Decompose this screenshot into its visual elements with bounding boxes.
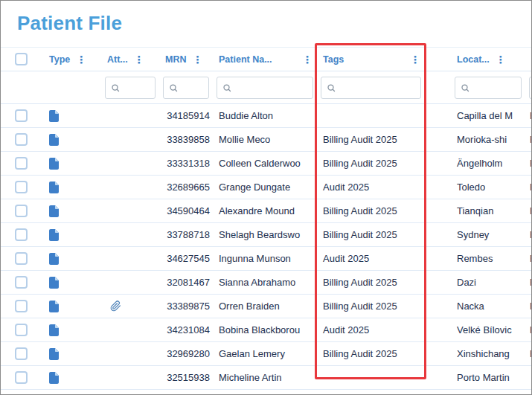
row-attachment-cell: [101, 342, 159, 365]
table-row[interactable]: 34185914 Buddie Alton Capilla del M F: [1, 104, 532, 128]
select-all-checkbox[interactable]: [15, 53, 28, 65]
patient-name-filter[interactable]: [217, 77, 313, 99]
location-filter-input[interactable]: [473, 82, 521, 93]
document-icon: [49, 205, 59, 217]
table-row[interactable]: 33331318 Colleen Calderwoo Billing Audit…: [1, 152, 532, 176]
spacer-cell: [425, 104, 451, 127]
row-checkbox[interactable]: [15, 157, 28, 170]
column-menu-icon[interactable]: ⋮: [192, 54, 202, 65]
location-value: Rembes: [451, 247, 525, 270]
patient-name: Mollie Meco: [213, 128, 317, 151]
column-menu-icon[interactable]: ⋮: [410, 54, 420, 65]
mrn-value: 32689665: [159, 176, 213, 199]
column-label-attachments: Att...: [107, 54, 128, 65]
row-select-cell: [1, 152, 43, 175]
column-header-attachments[interactable]: Att... ⋮: [101, 48, 159, 71]
table-row[interactable]: 32515938 Micheline Artin Porto Martin: [1, 366, 532, 390]
mrn-filter[interactable]: [163, 77, 209, 99]
page-header: Patient File: [1, 1, 531, 47]
row-checkbox[interactable]: [15, 181, 28, 193]
column-menu-icon[interactable]: ⋮: [496, 54, 506, 65]
spacer-cell: [425, 199, 451, 222]
mrn-value: 32081467: [159, 271, 213, 294]
document-icon: [49, 134, 59, 146]
tags-value: Audit 2025: [317, 318, 425, 341]
table-row[interactable]: 33788718 Shelagh Beardswo Billing Audit …: [1, 223, 532, 247]
table-row[interactable]: 33389875 Orren Braiden Billing Audit 202…: [1, 295, 532, 318]
row-select-cell: [1, 104, 43, 127]
row-checkbox[interactable]: [15, 371, 28, 384]
table-row[interactable]: 32689665 Grange Dungate Audit 2025 Toled…: [1, 176, 532, 199]
attachments-filter-input[interactable]: [124, 82, 155, 93]
spacer-cell: [425, 342, 451, 365]
row-checkbox[interactable]: [15, 300, 28, 312]
row-checkbox[interactable]: [15, 109, 28, 122]
column-header-patient-name[interactable]: Patient Na... ⋮: [213, 48, 317, 71]
filter-cell-mrn: [159, 71, 213, 103]
table-row[interactable]: 32969280 Gaelan Lemery Billing Audit 202…: [1, 342, 532, 366]
filter-cell-location: [451, 71, 525, 103]
row-checkbox[interactable]: [15, 205, 28, 217]
column-label-patient-name: Patient Na...: [219, 54, 272, 65]
patient-table: Type ⋮ Att... ⋮ MRN ⋮ Patient Na... ⋮ Ta…: [1, 47, 532, 390]
mrn-value: 33788718: [159, 223, 213, 246]
row-type-cell: [43, 342, 101, 365]
patient-name-filter-input[interactable]: [235, 82, 313, 93]
document-icon: [49, 229, 59, 241]
row-checkbox[interactable]: [15, 228, 28, 241]
location-value: Morioka-shi: [451, 128, 525, 151]
column-menu-icon[interactable]: ⋮: [134, 54, 144, 65]
column-header-location[interactable]: Locat... ⋮: [451, 48, 525, 71]
table-row[interactable]: 32081467 Sianna Abrahamo Billing Audit 2…: [1, 271, 532, 295]
column-label-location: Locat...: [457, 54, 490, 65]
filter-cell-attachments: [101, 71, 159, 103]
row-select-cell: [1, 271, 43, 294]
table-row[interactable]: 33839858 Mollie Meco Billing Audit 2025 …: [1, 128, 532, 152]
row-checkbox[interactable]: [15, 252, 28, 265]
row-select-cell: [1, 366, 43, 389]
column-header-type[interactable]: Type ⋮: [43, 48, 101, 71]
document-icon: [49, 110, 59, 122]
location-value: Velké Bílovic: [451, 318, 525, 341]
table-body: 34185914 Buddie Alton Capilla del M F: [1, 104, 532, 390]
location-value: Nacka: [451, 295, 525, 318]
row-select-cell: [1, 342, 43, 365]
column-menu-icon[interactable]: ⋮: [76, 54, 86, 65]
search-icon: [169, 83, 178, 92]
row-type-cell: [43, 271, 101, 294]
mrn-filter-input[interactable]: [182, 82, 208, 93]
column-header-t[interactable]: T: [525, 48, 532, 71]
table-row[interactable]: 34231084 Bobina Blackborou Audit 2025 Ve…: [1, 318, 532, 342]
column-menu-icon[interactable]: ⋮: [302, 54, 313, 65]
table-filter-row: [1, 71, 532, 104]
row-select-cell: [1, 295, 43, 318]
tags-filter-input[interactable]: [339, 82, 420, 93]
location-value: Tianqian: [451, 199, 525, 222]
t-value: F: [525, 295, 532, 318]
attachments-filter[interactable]: [105, 77, 156, 99]
patient-name: Gaelan Lemery: [213, 342, 317, 365]
location-value: Ängelholm: [451, 152, 525, 175]
table-row[interactable]: 34627545 Ingunna Munson Audit 2025 Rembe…: [1, 247, 532, 271]
row-checkbox[interactable]: [15, 276, 28, 289]
column-header-tags[interactable]: Tags ⋮: [317, 48, 425, 71]
filter-cell-type: [43, 71, 101, 103]
table-row[interactable]: 34590464 Alexandre Mound Billing Audit 2…: [1, 199, 532, 223]
row-checkbox[interactable]: [15, 347, 28, 360]
column-spacer: [425, 48, 451, 71]
t-filter[interactable]: [529, 77, 532, 99]
row-attachment-cell: [101, 247, 159, 270]
tags-filter[interactable]: [321, 77, 421, 99]
t-value: F: [525, 176, 532, 199]
patient-name: Buddie Alton: [213, 104, 317, 127]
location-filter[interactable]: [455, 77, 522, 99]
mrn-value: 34185914: [159, 104, 213, 127]
row-attachment-cell: [101, 318, 159, 341]
mrn-value: 32515938: [159, 366, 213, 389]
document-icon: [49, 253, 59, 265]
column-header-mrn[interactable]: MRN ⋮: [159, 48, 213, 71]
row-checkbox[interactable]: [15, 324, 28, 336]
row-checkbox[interactable]: [15, 133, 28, 146]
search-icon: [327, 83, 336, 92]
paperclip-icon: [110, 301, 121, 312]
